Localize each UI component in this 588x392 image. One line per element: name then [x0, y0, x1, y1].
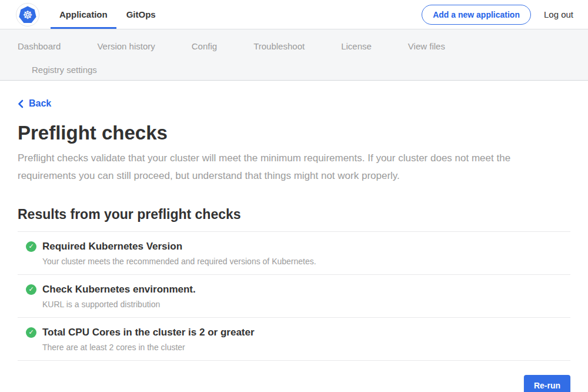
tab-application-label: Application [59, 9, 108, 19]
tab-application[interactable]: Application [51, 0, 116, 29]
success-check-icon: ✓ [26, 327, 36, 338]
preflight-page: Back Preflight checks Preflight checks v… [0, 81, 588, 392]
tab-gitops[interactable]: GitOps [118, 0, 165, 29]
check-content: Required Kubernetes Version Your cluster… [42, 241, 316, 266]
preflight-check-row: ✓ Required Kubernetes Version Your clust… [18, 231, 570, 274]
check-title: Required Kubernetes Version [42, 241, 316, 252]
subnav-item-troubleshoot[interactable]: Troubleshoot [253, 41, 305, 51]
subnav-item-license[interactable]: License [341, 41, 372, 51]
subnav-item-config[interactable]: Config [192, 41, 217, 51]
tab-gitops-label: GitOps [126, 9, 156, 19]
chevron-left-icon [18, 99, 24, 108]
subnav-item-registry-settings[interactable]: Registry settings [32, 65, 97, 75]
subnav-row-1: Dashboard Version history Config Trouble… [18, 37, 588, 55]
back-label: Back [29, 98, 51, 109]
check-detail: KURL is a supported distribution [42, 300, 196, 309]
results-heading: Results from your preflight checks [18, 207, 570, 222]
actions-bar: Re-run [18, 375, 570, 392]
kubernetes-logo-icon[interactable]: ☸ [16, 3, 39, 26]
top-nav: ☸ Application GitOps Add a new applicati… [0, 0, 588, 29]
check-detail: There are at least 2 cores in the cluste… [42, 343, 255, 352]
subnav-row-2: Registry settings [18, 61, 588, 79]
check-title: Total CPU Cores in the cluster is 2 or g… [42, 327, 255, 338]
page-description: Preflight checks validate that your clus… [18, 150, 566, 185]
check-detail: Your cluster meets the recommended and r… [42, 257, 316, 266]
preflight-check-row: ✓ Total CPU Cores in the cluster is 2 or… [18, 317, 570, 361]
success-check-icon: ✓ [26, 284, 36, 295]
subnav-item-view-files[interactable]: View files [408, 41, 445, 51]
back-link[interactable]: Back [18, 98, 51, 109]
header-spacer [166, 0, 422, 29]
rerun-button[interactable]: Re-run [524, 375, 570, 392]
subnav-item-version-history[interactable]: Version history [97, 41, 155, 51]
page-title: Preflight checks [18, 122, 570, 144]
success-check-icon: ✓ [26, 241, 36, 252]
logout-link[interactable]: Log out [544, 9, 573, 19]
app-subnav: Dashboard Version history Config Trouble… [0, 29, 588, 81]
top-tabs: Application GitOps [51, 0, 166, 29]
subnav-item-dashboard[interactable]: Dashboard [18, 41, 61, 51]
preflight-check-list: ✓ Required Kubernetes Version Your clust… [18, 231, 570, 361]
check-title: Check Kubernetes environment. [42, 284, 196, 295]
svg-text:☸: ☸ [22, 8, 32, 21]
add-application-button[interactable]: Add a new application [422, 5, 531, 25]
preflight-check-row: ✓ Check Kubernetes environment. KURL is … [18, 274, 570, 317]
check-content: Total CPU Cores in the cluster is 2 or g… [42, 327, 255, 352]
check-content: Check Kubernetes environment. KURL is a … [42, 284, 196, 309]
